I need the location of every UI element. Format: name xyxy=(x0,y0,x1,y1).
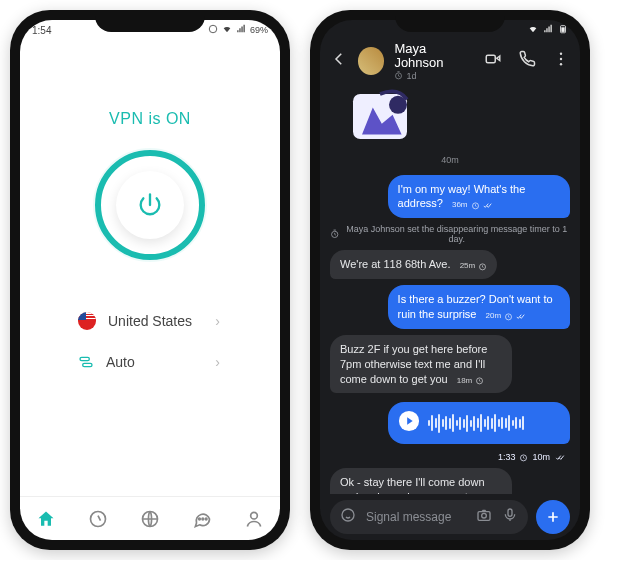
svg-rect-30 xyxy=(508,509,512,516)
vpn-status-title: VPN is ON xyxy=(109,110,191,128)
flag-us-icon xyxy=(78,312,96,330)
chevron-right-icon: › xyxy=(215,354,280,370)
read-ticks-icon xyxy=(516,312,525,321)
phone-vpn: 1:54 69% VPN is ON xyxy=(10,10,290,550)
message-sent[interactable]: Is there a buzzer? Don't want to ruin th… xyxy=(388,285,570,329)
timer-icon xyxy=(504,312,513,321)
play-icon xyxy=(398,410,420,432)
voice-meta: 1:33 10m xyxy=(498,452,566,462)
nav-profile[interactable] xyxy=(244,509,264,529)
message-input[interactable]: Signal message xyxy=(330,500,528,534)
phone-chat: Maya Johnson 1d 40m xyxy=(310,10,590,550)
input-placeholder: Signal message xyxy=(366,510,466,524)
signal-icon xyxy=(236,24,246,36)
svg-point-7 xyxy=(205,518,207,520)
protocol-row[interactable]: Auto › xyxy=(20,342,280,382)
emoji-button[interactable] xyxy=(340,507,356,527)
sticker[interactable] xyxy=(344,85,434,145)
voice-call-button[interactable] xyxy=(518,50,536,72)
timer-icon xyxy=(475,376,484,385)
read-ticks-icon xyxy=(554,453,566,462)
timer-icon xyxy=(330,229,339,239)
time-separator: 40m xyxy=(330,155,570,165)
message-text: Is there a buzzer? Don't want to ruin th… xyxy=(398,293,553,320)
sticker-image xyxy=(344,85,434,148)
vpn-badge-icon xyxy=(208,24,218,36)
add-button[interactable] xyxy=(536,500,570,534)
svg-point-3 xyxy=(91,511,106,526)
mic-button[interactable] xyxy=(502,507,518,527)
svg-point-0 xyxy=(209,25,217,33)
play-button[interactable] xyxy=(398,410,420,436)
nav-home[interactable] xyxy=(36,509,56,529)
timer-icon xyxy=(478,262,487,271)
status-time: 1:54 xyxy=(32,25,51,36)
system-message: Maya Johnson set the disappearing messag… xyxy=(330,224,570,244)
svg-point-14 xyxy=(560,58,562,60)
message-thread[interactable]: 40m I'm on my way! What's the address? 3… xyxy=(320,85,580,494)
timer-icon xyxy=(471,201,480,210)
message-received[interactable]: Ok - stay there I'll come down and grab … xyxy=(330,468,512,494)
svg-rect-12 xyxy=(486,56,495,64)
voice-message-sent[interactable] xyxy=(388,402,570,444)
server-row[interactable]: United States › xyxy=(20,300,280,342)
power-icon xyxy=(136,191,164,219)
svg-rect-2 xyxy=(83,363,92,366)
svg-point-27 xyxy=(342,509,354,521)
notch xyxy=(95,10,205,32)
read-ticks-icon xyxy=(483,201,492,210)
waveform[interactable] xyxy=(428,413,580,433)
message-text: We're at 118 68th Ave. xyxy=(340,258,451,270)
protocol-label: Auto xyxy=(106,354,203,370)
nav-globe[interactable] xyxy=(140,509,160,529)
svg-rect-10 xyxy=(561,27,564,32)
wifi-icon xyxy=(528,24,538,34)
message-text: Ok - stay there I'll come down and grab … xyxy=(340,476,485,494)
signal-icon xyxy=(543,24,553,34)
video-call-button[interactable] xyxy=(484,50,502,72)
chevron-right-icon: › xyxy=(215,313,280,329)
camera-button[interactable] xyxy=(476,507,492,527)
message-received[interactable]: Buzz 2F if you get here before 7pm other… xyxy=(330,335,512,394)
server-country: United States xyxy=(108,313,203,329)
nav-chat[interactable] xyxy=(192,509,212,529)
avatar[interactable] xyxy=(358,47,384,75)
contact-block[interactable]: Maya Johnson 1d xyxy=(394,42,474,81)
auto-protocol-icon xyxy=(78,354,94,370)
chat-header: Maya Johnson 1d xyxy=(320,38,580,85)
message-sent[interactable]: I'm on my way! What's the address? 36m xyxy=(388,175,570,219)
bottom-nav xyxy=(20,496,280,540)
battery-icon xyxy=(558,24,568,34)
svg-point-8 xyxy=(251,512,258,519)
svg-point-13 xyxy=(560,53,562,55)
nav-speed[interactable] xyxy=(88,509,108,529)
svg-point-15 xyxy=(560,63,562,65)
notch xyxy=(395,10,505,32)
svg-point-5 xyxy=(199,518,201,520)
composer: Signal message xyxy=(320,494,580,540)
wifi-icon xyxy=(222,24,232,36)
power-button[interactable] xyxy=(116,171,184,239)
svg-rect-1 xyxy=(80,357,89,360)
vpn-content: VPN is ON United States › xyxy=(20,40,280,496)
timer-icon xyxy=(519,453,528,462)
status-right: 69% xyxy=(208,24,268,36)
more-button[interactable] xyxy=(552,50,570,72)
contact-name: Maya Johnson xyxy=(394,42,474,71)
plus-icon xyxy=(545,509,561,525)
battery-text: 69% xyxy=(250,25,268,35)
back-button[interactable] xyxy=(330,50,348,72)
contact-subtitle: 1d xyxy=(394,71,474,81)
timer-icon xyxy=(394,71,403,80)
power-ring xyxy=(95,150,205,260)
svg-point-29 xyxy=(482,513,487,518)
svg-point-6 xyxy=(202,518,204,520)
message-received[interactable]: We're at 118 68th Ave. 25m xyxy=(330,250,497,279)
